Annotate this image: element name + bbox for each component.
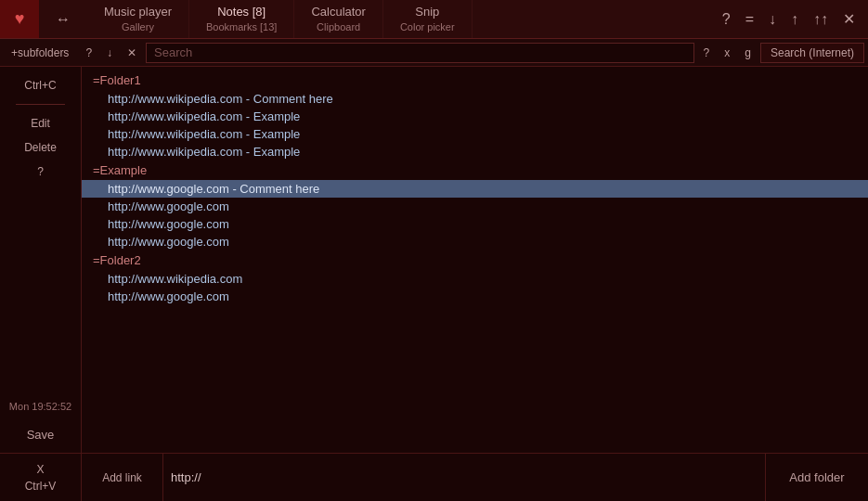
sidebar-ctrl-c[interactable]: Ctrl+C [0, 76, 81, 95]
sidebar-edit[interactable]: Edit [0, 114, 81, 133]
link-text: http://www.google.com [108, 235, 229, 249]
folder-header-folder2[interactable]: =Folder2 [82, 250, 868, 270]
nav-right-icons: ? = ↓ ↑ ↑↑ ✕ [709, 0, 868, 38]
sidebar-help[interactable]: ? [0, 162, 81, 181]
nav-arrows-icon[interactable]: ↔ [39, 0, 87, 38]
search-x-small-button[interactable]: x [719, 45, 735, 61]
list-item[interactable]: http://www.google.com [82, 233, 868, 250]
up-arrow-icon[interactable]: ↑ [787, 9, 802, 30]
tab-gallery-label: Gallery [122, 20, 154, 33]
list-item[interactable]: http://www.google.com [82, 288, 868, 305]
toolbar-help-button[interactable]: ? [80, 45, 97, 61]
list-item[interactable]: http://www.wikipedia.com - Example [82, 108, 868, 125]
close-icon[interactable]: ✕ [839, 8, 859, 30]
sidebar-time: Mon 19:52:52 [9, 401, 71, 419]
tab-snip[interactable]: Snip Color picker [383, 0, 473, 38]
tab-notes-label: Notes [8] [217, 5, 266, 20]
folder-header-folder1[interactable]: =Folder1 [82, 71, 868, 90]
link-text: http://www.wikipedia.com - Example [108, 127, 300, 141]
toolbar-down-button[interactable]: ↓ [101, 45, 118, 61]
search-internet-button[interactable]: Search (Internet) [760, 43, 864, 63]
help-icon[interactable]: ? [719, 9, 734, 30]
folder2-label: =Folder2 [93, 253, 141, 267]
nav-tabs: Music player Gallery Notes [8] Bookmarks… [87, 0, 709, 38]
tab-music-label: Music player [104, 5, 172, 20]
heart-icon[interactable]: ♥ [0, 0, 39, 38]
tab-notes[interactable]: Notes [8] Bookmarks [13] [189, 0, 294, 38]
list-item[interactable]: http://www.google.com [82, 215, 868, 233]
bottom-right-area: Add folder [766, 454, 868, 501]
tab-clipboard-label: Clipboard [317, 20, 360, 33]
search-q-button[interactable]: ? [698, 45, 716, 61]
tab-calculator-label: Calculator [311, 5, 366, 20]
bottom-url-area [163, 454, 766, 501]
list-item[interactable]: http://www.wikipedia.com - Example [82, 125, 868, 143]
link-text: http://www.google.com [108, 289, 229, 303]
url-input[interactable] [171, 470, 758, 484]
list-item[interactable]: http://www.wikipedia.com - Comment here [82, 90, 868, 108]
list-item-selected[interactable]: http://www.google.com - Comment here [82, 180, 868, 198]
down-arrow-icon[interactable]: ↓ [765, 9, 780, 30]
sidebar-divider-1 [16, 104, 64, 105]
sidebar-delete[interactable]: Delete [0, 138, 81, 157]
tab-calculator[interactable]: Calculator Clipboard [294, 0, 383, 38]
tab-snip-label: Snip [415, 5, 439, 20]
link-text: http://www.wikipedia.com - Comment here [108, 92, 333, 106]
link-text: http://www.wikipedia.com - Example [108, 109, 300, 123]
bottom-ctrl-v[interactable]: Ctrl+V [21, 479, 60, 494]
tab-music[interactable]: Music player Gallery [87, 0, 189, 38]
top-nav: ♥ ↔ Music player Gallery Notes [8] Bookm… [0, 0, 868, 39]
link-text: http://www.google.com [108, 199, 229, 213]
toolbar-x-button[interactable]: ✕ [122, 45, 142, 61]
sidebar: Ctrl+C Edit Delete ? Mon 19:52:52 Save [0, 67, 82, 453]
subfolders-button[interactable]: +subfolders [4, 45, 76, 61]
search-g-button[interactable]: g [739, 45, 757, 61]
bottom-bar: X Ctrl+V Add link Add folder [0, 453, 868, 501]
search-input[interactable] [146, 43, 694, 63]
bottom-x-button[interactable]: X [32, 462, 47, 477]
link-text: http://www.google.com - Comment here [108, 182, 319, 196]
folder1-label: =Folder1 [93, 73, 141, 87]
list-item[interactable]: http://www.google.com [82, 198, 868, 215]
bottom-center-left-area: Add link [82, 454, 163, 501]
content-area: =Folder1 http://www.wikipedia.com - Comm… [82, 67, 868, 453]
folder-header-example[interactable]: =Example [82, 161, 868, 180]
toolbar: +subfolders ? ↓ ✕ ? x g Search (Internet… [0, 39, 868, 67]
tab-colorpicker-label: Color picker [400, 20, 455, 33]
equals-icon[interactable]: = [742, 9, 758, 30]
add-folder-button[interactable]: Add folder [782, 467, 851, 488]
link-text: http://www.google.com [108, 217, 229, 231]
add-link-button[interactable]: Add link [98, 470, 146, 485]
list-item[interactable]: http://www.wikipedia.com - Example [82, 143, 868, 161]
sidebar-save[interactable]: Save [0, 425, 81, 453]
link-text: http://www.wikipedia.com [108, 272, 242, 286]
example-label: =Example [93, 163, 147, 177]
bottom-left-area: X Ctrl+V [0, 454, 82, 501]
list-item[interactable]: http://www.wikipedia.com [82, 270, 868, 288]
link-text: http://www.wikipedia.com - Example [108, 145, 300, 159]
main-area: Ctrl+C Edit Delete ? Mon 19:52:52 Save =… [0, 67, 868, 453]
double-up-arrow-icon[interactable]: ↑↑ [810, 9, 832, 30]
tab-bookmarks-label: Bookmarks [13] [206, 20, 277, 33]
